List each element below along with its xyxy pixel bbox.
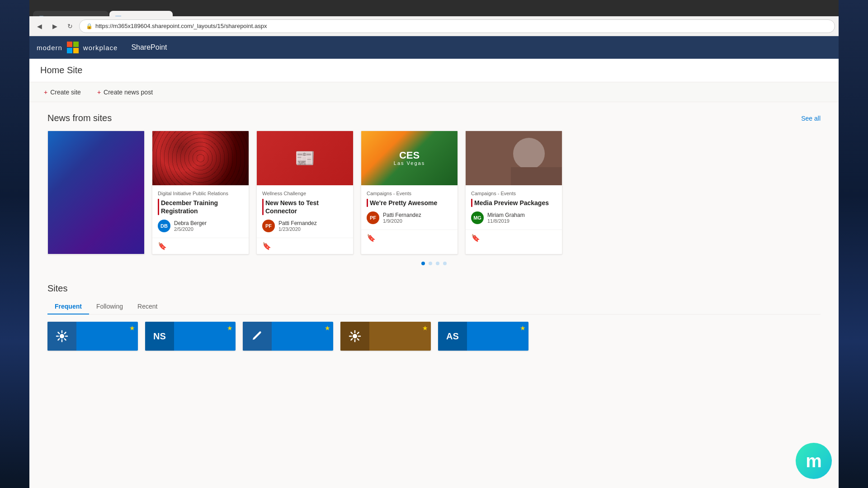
news-card-1[interactable]: Operations Proposed Litware Agreement Vi…	[47, 131, 145, 254]
toolbar: + Create site + Create news post	[29, 82, 839, 102]
card-3-author: PF Patti Fernandez 1/23/2020	[262, 220, 348, 232]
site-4-icon	[340, 322, 369, 351]
pencil-icon	[251, 330, 264, 343]
site-2-icon: NS	[145, 322, 174, 351]
page-header: Home Site	[29, 59, 839, 82]
address-bar[interactable]: 🔒 https://m365x189604.sharepoint.com/_la…	[79, 19, 835, 33]
card-3-author-info: Patti Fernandez 1/23/2020	[278, 220, 317, 232]
page-title: Home Site	[40, 65, 82, 75]
site-2-star-icon: ★	[227, 324, 233, 332]
card-5-title-bar: Media Preview Packages	[471, 199, 557, 207]
back-button[interactable]: ◀	[33, 20, 46, 33]
site-card-4[interactable]: ★	[340, 322, 431, 351]
card-3-image: 📰	[257, 131, 353, 185]
create-site-button[interactable]: + Create site	[40, 87, 85, 98]
forward-button[interactable]: ▶	[48, 20, 61, 33]
site-card-5[interactable]: AS ★	[438, 322, 528, 351]
sites-tabs: Frequent Following Recent	[47, 299, 821, 314]
person-bg	[466, 131, 562, 185]
create-site-label: Create site	[50, 89, 81, 96]
bg-left-panel	[0, 0, 29, 488]
mw-watermark: m	[796, 443, 832, 479]
card-5-avatar: MG	[471, 211, 484, 224]
card-4-bookmark-icon[interactable]: 🔖	[367, 234, 376, 242]
site-3-icon	[243, 322, 272, 351]
svg-rect-2	[67, 48, 72, 53]
card-4-author-info: Patti Fernandez 1/9/2020	[383, 212, 421, 224]
card-3-author-name: Patti Fernandez	[278, 220, 317, 226]
card-5-title: Media Preview Packages	[474, 199, 549, 207]
ces-text: CES	[394, 150, 425, 160]
site-3-label	[272, 322, 333, 351]
lock-icon: 🔒	[86, 23, 93, 29]
brand-modern: modern	[37, 44, 62, 52]
site-card-1[interactable]: ★	[47, 322, 138, 351]
card-5-accent	[471, 199, 472, 207]
svg-point-4	[60, 334, 64, 338]
news-section-title: News from sites	[47, 113, 112, 123]
main-content: News from sites See all Operations Propo…	[29, 102, 839, 488]
tab-frequent[interactable]: Frequent	[47, 299, 89, 314]
card-4-author: PF Patti Fernandez 1/9/2020	[367, 211, 452, 224]
address-bar-row: ◀ ▶ ↻ 🔒 https://m365x189604.sharepoint.c…	[29, 16, 839, 36]
dot-1[interactable]	[421, 262, 425, 265]
dot-3[interactable]	[436, 262, 439, 265]
app-logo[interactable]: modern workplace	[37, 41, 118, 54]
site-card-3[interactable]: ★	[243, 322, 333, 351]
card-4-body: Campaigns - Events We're Pretty Awesome …	[361, 185, 458, 230]
card-5-category: Campaigns - Events	[471, 191, 557, 196]
card-2-accent	[158, 199, 159, 215]
card-2-bookmark-icon[interactable]: 🔖	[158, 242, 167, 250]
card-3-category: Wellness Challenge	[262, 191, 348, 196]
dot-4[interactable]	[443, 262, 447, 265]
card-2-date: 2/5/2020	[174, 226, 207, 232]
card-4-date: 1/9/2020	[383, 218, 421, 224]
news-section: News from sites See all Operations Propo…	[29, 102, 839, 274]
svg-rect-3	[73, 48, 79, 53]
card-5-footer: 🔖	[466, 230, 562, 246]
m365-logo-icon	[66, 41, 80, 54]
card-4-title: We're Pretty Awesome	[370, 199, 437, 207]
site-1-label	[76, 322, 138, 351]
dot-2[interactable]	[429, 262, 432, 265]
card-2-footer: 🔖	[152, 238, 249, 254]
svg-rect-1	[73, 42, 79, 47]
card-4-image: CES Las Vegas	[361, 131, 458, 185]
site-card-2[interactable]: NS ★	[145, 322, 236, 351]
card-3-date: 1/23/2020	[278, 226, 317, 232]
card-4-author-name: Patti Fernandez	[383, 212, 421, 218]
card-2-avatar: DB	[158, 220, 170, 232]
news-card-4[interactable]: CES Las Vegas Campaigns - Events We're P…	[361, 131, 458, 254]
news-cards-container: Operations Proposed Litware Agreement Vi…	[47, 131, 821, 254]
tab-following[interactable]: Following	[89, 299, 130, 314]
card-2-author-name: Debra Berger	[174, 220, 207, 226]
card-2-title-bar: December Training Registration	[158, 199, 243, 215]
bg-right-panel	[839, 0, 868, 488]
card-5-date: 11/8/2019	[487, 218, 525, 224]
site-1-icon	[47, 322, 76, 351]
plus-icon-news: +	[97, 89, 101, 96]
refresh-button[interactable]: ↻	[64, 20, 76, 33]
card-3-title-bar: New News to Test Connector	[262, 199, 348, 215]
card-4-footer: 🔖	[361, 230, 458, 246]
news-card-3[interactable]: 📰 Wellness Challenge New News to Test Co…	[256, 131, 354, 254]
create-news-button[interactable]: + Create news post	[94, 87, 156, 98]
card-3-avatar: PF	[262, 220, 275, 232]
app-header: modern workplace SharePoint	[29, 36, 839, 59]
card-5-author-info: Miriam Graham 11/8/2019	[487, 212, 525, 224]
tab-recent[interactable]: Recent	[130, 299, 165, 314]
site-5-label	[467, 322, 528, 351]
news-card-2[interactable]: Digital Initiative Public Relations Dece…	[152, 131, 249, 254]
gear2-icon	[348, 329, 362, 343]
card-2-author: DB Debra Berger 2/5/2020	[158, 220, 243, 232]
site-2-label	[174, 322, 236, 351]
card-1-image	[48, 131, 144, 254]
card-5-author: MG Miriam Graham 11/8/2019	[471, 211, 557, 224]
card-5-author-name: Miriam Graham	[487, 212, 525, 218]
ces-logo: CES Las Vegas	[394, 150, 425, 166]
sharepoint-app-label: SharePoint	[131, 43, 167, 52]
card-5-bookmark-icon[interactable]: 🔖	[471, 234, 480, 242]
see-all-link[interactable]: See all	[801, 115, 821, 122]
news-card-5[interactable]: Campaigns - Events Media Preview Package…	[465, 131, 562, 254]
card-3-bookmark-icon[interactable]: 🔖	[262, 242, 271, 250]
